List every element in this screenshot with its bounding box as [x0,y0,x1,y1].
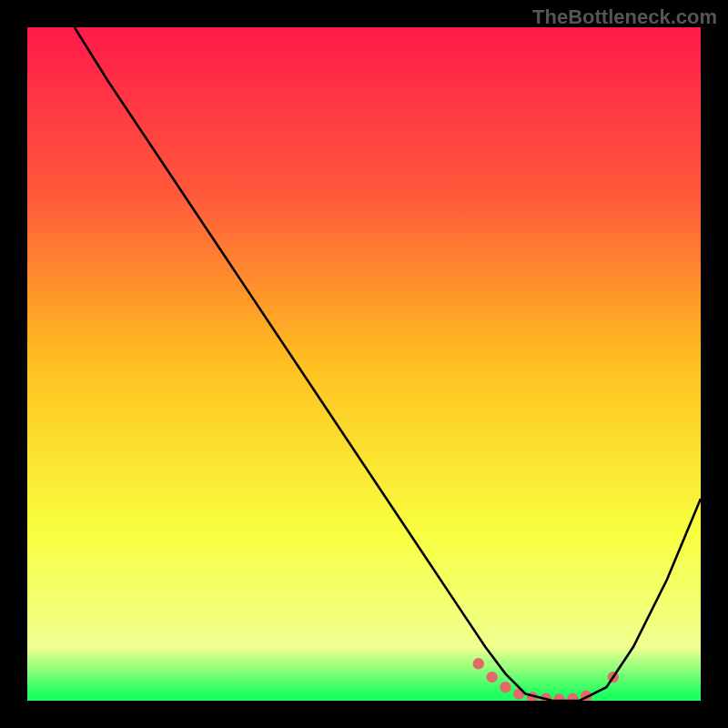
plot-area [27,27,701,701]
bottleneck-curve [75,27,701,701]
scatter-point [473,658,484,669]
watermark-text: TheBottleneck.com [532,5,717,29]
scatter-point [500,682,511,693]
scatter-points [473,658,619,701]
chart-svg [27,27,701,701]
scatter-point [486,672,497,682]
